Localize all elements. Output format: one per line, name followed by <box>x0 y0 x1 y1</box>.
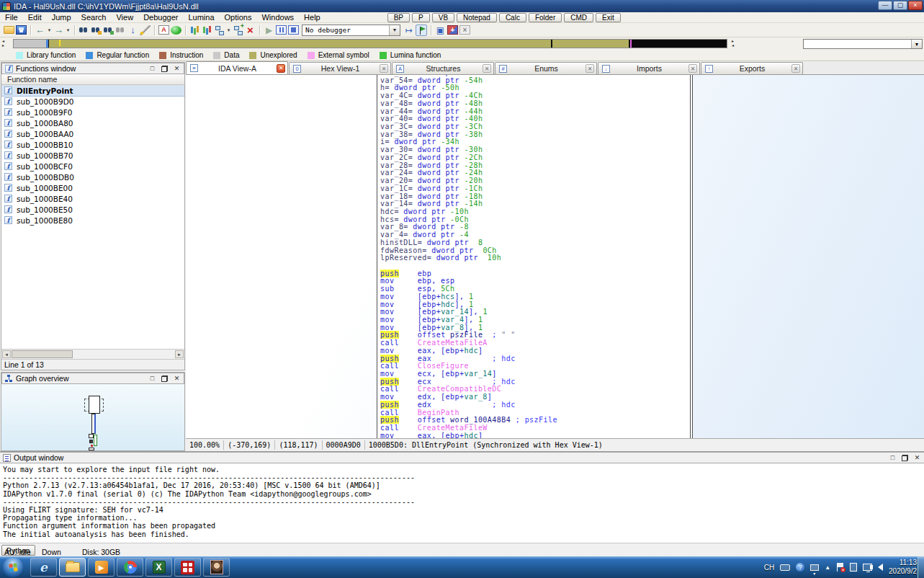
menu-search[interactable]: Search <box>76 12 112 23</box>
flow2-icon[interactable] <box>233 25 243 35</box>
tab-hex-view[interactable]: 0Hex View-1✕ <box>289 62 391 74</box>
chevron-down-icon[interactable]: ▼ <box>389 25 400 35</box>
disassembly-node[interactable]: var_58= dword ptr -58hvar_54= dword ptr … <box>377 75 691 438</box>
band-segment-data[interactable] <box>14 40 46 48</box>
taskbar-media-player-icon[interactable]: ▶ <box>88 558 115 577</box>
tab-enums[interactable]: #Enums✕ <box>495 62 597 74</box>
close-panel-icon[interactable]: ✕ <box>913 454 921 462</box>
function-row-sub_1000B9D0[interactable]: fsub_1000B9D0 <box>1 96 184 107</box>
binoc-gray-icon[interactable] <box>115 25 126 35</box>
menu-help[interactable]: Help <box>299 12 326 23</box>
function-name-column-header[interactable]: Function name <box>1 74 184 85</box>
language-indicator[interactable]: CH <box>764 564 774 572</box>
function-row-sub_1000BAA0[interactable]: fsub_1000BAA0 <box>1 128 184 139</box>
output-console[interactable]: You may start to explore the input file … <box>0 463 924 543</box>
float-panel-icon[interactable] <box>901 454 909 462</box>
menu-edit[interactable]: Edit <box>23 12 47 23</box>
open-file-icon[interactable] <box>4 26 14 34</box>
scroll-left-icon[interactable]: ◄ <box>2 350 11 358</box>
function-row-sub_1000B9F0[interactable]: fsub_1000B9F0 <box>1 107 184 117</box>
clock[interactable]: 11:13 2020/9/2 <box>889 559 917 576</box>
functions-window-titlebar[interactable]: f Functions window □ ✕ <box>1 63 184 74</box>
quick-button-notepad[interactable]: Notepad <box>457 13 497 22</box>
menu-jump[interactable]: Jump <box>47 12 76 23</box>
tab-close-icon[interactable]: ✕ <box>277 64 285 73</box>
function-row-sub_1000BB10[interactable]: fsub_1000BB10 <box>1 139 184 150</box>
function-row-sub_1000BCF0[interactable]: fsub_1000BCF0 <box>1 161 184 172</box>
quick-button-p[interactable]: P <box>412 13 430 22</box>
chevron-down-icon[interactable]: ▼ <box>911 40 922 48</box>
binoc3-icon[interactable] <box>103 25 114 35</box>
quick-button-vb[interactable]: VB <box>432 13 454 22</box>
bars1-icon[interactable] <box>189 25 200 35</box>
band-scroll-left-icons[interactable]: ◂▸ <box>2 39 8 48</box>
stop-icon[interactable] <box>288 25 299 35</box>
tab-close-icon[interactable]: ✕ <box>791 64 800 73</box>
band-segment-black[interactable] <box>632 40 727 48</box>
debugger-select[interactable]: No debugger ▼ <box>302 25 400 36</box>
function-row-sub_1000BE00[interactable]: fsub_1000BE00 <box>1 182 184 193</box>
minimize-button[interactable]: — <box>878 1 892 10</box>
flow1-icon[interactable] <box>214 25 225 35</box>
taskbar-excel-icon[interactable]: X <box>145 558 172 577</box>
band-zoom-select[interactable]: ▼ <box>803 39 923 49</box>
process-plus-icon[interactable]: + <box>447 25 458 35</box>
function-row-DllEntryPoint[interactable]: fDllEntryPoint <box>1 85 184 96</box>
menu-windows[interactable]: Windows <box>256 12 299 23</box>
close-panel-icon[interactable]: ✕ <box>173 65 181 73</box>
tab-structures[interactable]: AStructures✕ <box>392 62 494 74</box>
navigation-band[interactable] <box>13 39 727 48</box>
printer-icon[interactable] <box>810 564 819 571</box>
arrow-down-icon[interactable]: ↓ <box>127 25 138 35</box>
action-center-flag-icon[interactable]: ✕ <box>836 563 844 572</box>
pause-icon[interactable] <box>276 25 287 35</box>
nav-forward-icon[interactable]: → <box>53 25 64 35</box>
attach-window-icon[interactable]: ▣ <box>435 25 446 35</box>
lumina-icon[interactable] <box>171 26 181 35</box>
redx-icon[interactable]: × <box>245 25 256 35</box>
function-row-sub_1000BA80[interactable]: fsub_1000BA80 <box>1 117 184 128</box>
restore-panel-icon[interactable]: □ <box>148 65 156 73</box>
drop-icon[interactable]: ▾ <box>47 25 52 35</box>
binoc1-icon[interactable] <box>79 25 89 35</box>
quick-button-bp[interactable]: BP <box>387 13 410 22</box>
drop-icon[interactable]: ▾ <box>226 25 231 35</box>
keyboard-icon[interactable] <box>780 564 790 571</box>
quill-icon[interactable] <box>140 25 151 35</box>
run-flag-icon[interactable] <box>416 25 427 36</box>
play-icon[interactable]: ▶ <box>264 25 274 35</box>
quick-button-folder[interactable]: Folder <box>529 13 562 22</box>
tab-imports[interactable]: ↓Imports✕ <box>598 62 700 74</box>
help-icon[interactable]: ? <box>796 563 804 572</box>
graph-overview-canvas[interactable] <box>1 384 184 450</box>
show-desktop-button[interactable] <box>918 556 924 578</box>
ida-view-canvas[interactable]: var_58= dword ptr -58hvar_54= dword ptr … <box>186 75 924 438</box>
function-row-sub_1000BE50[interactable]: fsub_1000BE50 <box>1 204 184 215</box>
function-row-sub_1000BDB0[interactable]: fsub_1000BDB0 <box>1 172 184 182</box>
step-into-icon[interactable]: ↦ <box>403 25 414 35</box>
restore-panel-icon[interactable]: □ <box>148 375 156 383</box>
function-row-sub_1000BE80[interactable]: fsub_1000BE80 <box>1 215 184 226</box>
clipboard-icon[interactable] <box>850 563 857 572</box>
functions-horizontal-scrollbar[interactable]: ◄ ► <box>1 349 184 359</box>
menu-debugger[interactable]: Debugger <box>138 12 183 23</box>
close-button[interactable]: × <box>908 1 923 10</box>
taskbar-internet-explorer-icon[interactable]: e <box>30 558 57 577</box>
tab-close-icon[interactable]: ✕ <box>688 64 697 73</box>
tab-close-icon[interactable]: ✕ <box>586 64 594 73</box>
abox-icon[interactable]: A <box>158 25 169 35</box>
taskbar-chrome-icon[interactable] <box>117 558 143 577</box>
volume-icon[interactable] <box>878 564 883 571</box>
menu-view[interactable]: View <box>111 12 138 23</box>
tab-close-icon[interactable]: ✕ <box>380 64 388 73</box>
quick-button-cmd[interactable]: CMD <box>564 13 593 22</box>
tab-ida-view[interactable]: ≡IDA View-A✕ <box>186 61 288 74</box>
bars2-icon[interactable] <box>202 25 212 35</box>
start-button[interactable] <box>3 557 23 577</box>
menu-file[interactable]: File <box>0 12 23 23</box>
restore-panel-icon[interactable]: □ <box>889 454 897 462</box>
function-row-sub_1000BB70[interactable]: fsub_1000BB70 <box>1 150 184 161</box>
quick-button-calc[interactable]: Calc <box>499 13 526 22</box>
output-window-titlebar[interactable]: Output window □ ✕ <box>0 452 924 463</box>
float-panel-icon[interactable] <box>161 375 169 383</box>
